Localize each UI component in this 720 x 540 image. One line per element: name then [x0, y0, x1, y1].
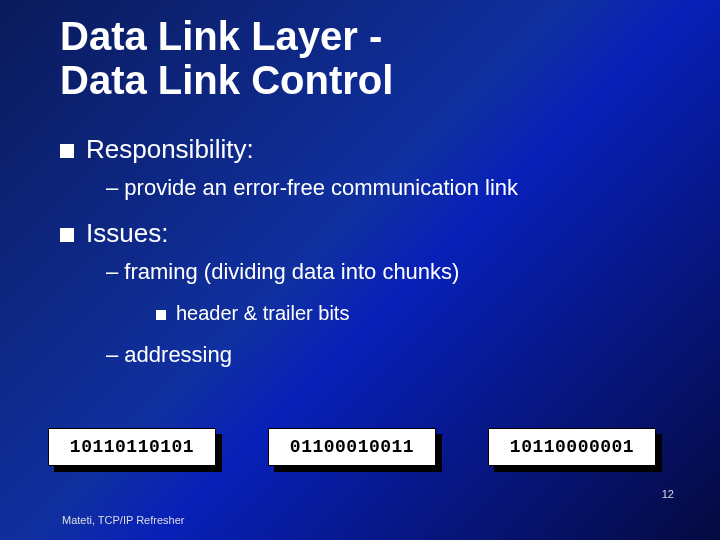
sub-bullet: – framing (dividing data into chunks): [106, 255, 684, 288]
slide-title: Data Link Layer - Data Link Control: [60, 14, 684, 102]
square-bullet-icon: [60, 144, 74, 158]
data-chunk: 10110000001: [488, 428, 656, 466]
sub-bullet: – addressing: [106, 338, 684, 371]
bullet-label: Responsibility:: [86, 130, 254, 169]
slide-footer: Mateti, TCP/IP Refresher: [62, 514, 184, 526]
chunk-value: 10110000001: [488, 428, 656, 466]
chunk-value: 01100010011: [268, 428, 436, 466]
data-chunk: 01100010011: [268, 428, 436, 466]
data-chunks-row: 10110110101 01100010011 10110000001: [48, 428, 656, 466]
chunk-value: 10110110101: [48, 428, 216, 466]
slide-body: Responsibility: – provide an error-free …: [60, 130, 684, 371]
square-bullet-icon: [156, 310, 166, 320]
bullet-issues: Issues:: [60, 214, 684, 253]
page-number: 12: [662, 488, 674, 500]
bullet-label: Issues:: [86, 214, 168, 253]
sub-sub-bullet: header & trailer bits: [156, 298, 684, 328]
bullet-responsibility: Responsibility:: [60, 130, 684, 169]
square-bullet-icon: [60, 228, 74, 242]
data-chunk: 10110110101: [48, 428, 216, 466]
sub-bullet: – provide an error-free communication li…: [106, 171, 684, 204]
sub-sub-text: header & trailer bits: [176, 298, 349, 328]
slide: Data Link Layer - Data Link Control Resp…: [0, 0, 720, 540]
